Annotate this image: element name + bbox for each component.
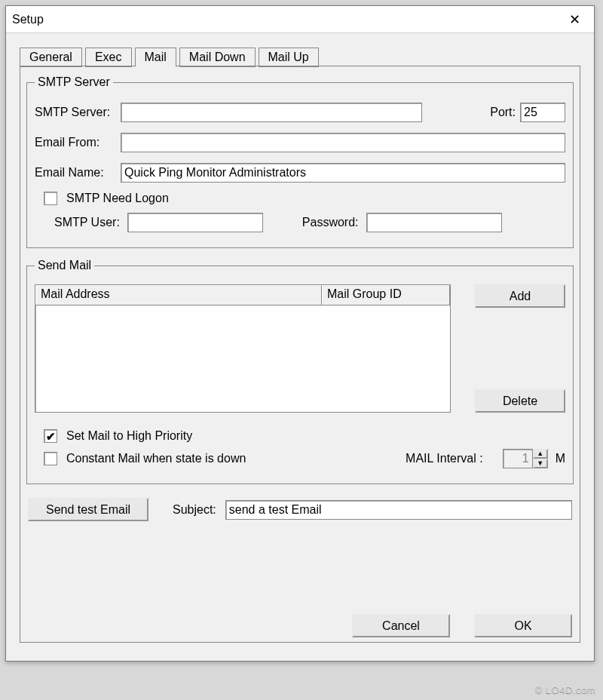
constant-mail-checkbox[interactable] xyxy=(44,452,57,465)
high-priority-checkbox[interactable]: ✔ xyxy=(44,429,57,443)
watermark-text: © LO4D.com xyxy=(535,684,595,695)
cancel-button[interactable]: Cancel xyxy=(352,614,450,637)
smtp-need-logon-checkbox[interactable] xyxy=(44,192,57,205)
tab-mail-down[interactable]: Mail Down xyxy=(179,48,256,67)
subject-input[interactable] xyxy=(225,500,572,520)
spinner-up-icon[interactable]: ▲ xyxy=(533,449,548,459)
tab-strip: General Exec Mail Mail Down Mail Up xyxy=(20,47,580,66)
col-mail-group-id[interactable]: Mail Group ID xyxy=(322,285,450,305)
port-input[interactable] xyxy=(520,103,565,122)
mail-address-table[interactable]: Mail Address Mail Group ID xyxy=(35,284,451,413)
add-button[interactable]: Add xyxy=(475,284,565,308)
close-icon[interactable]: ✕ xyxy=(562,10,588,29)
smtp-need-logon-label: SMTP Need Logon xyxy=(66,192,169,205)
password-label: Password: xyxy=(302,216,359,229)
ok-button[interactable]: OK xyxy=(474,614,572,637)
delete-button[interactable]: Delete xyxy=(475,389,565,413)
send-mail-group: Send Mail Mail Address Mail Group ID Add… xyxy=(26,259,574,484)
port-label: Port: xyxy=(490,106,516,119)
client-area: General Exec Mail Mail Down Mail Up SMTP… xyxy=(6,33,594,661)
email-name-label: Email Name: xyxy=(35,166,116,180)
email-from-input[interactable] xyxy=(121,133,565,152)
send-mail-legend: Send Mail xyxy=(35,259,94,272)
dialog-buttons: Cancel OK xyxy=(352,614,572,637)
tab-page-mail: SMTP Server SMTP Server: Port: Email Fro… xyxy=(20,66,580,643)
smtp-server-input[interactable] xyxy=(121,103,422,122)
password-input[interactable] xyxy=(366,213,502,232)
tab-mail-up[interactable]: Mail Up xyxy=(259,48,319,67)
smtp-user-input[interactable] xyxy=(127,213,263,232)
smtp-user-label: SMTP User: xyxy=(54,216,120,229)
setup-window: Setup ✕ General Exec Mail Mail Down Mail… xyxy=(5,5,595,662)
high-priority-label: Set Mail to High Priority xyxy=(66,429,192,443)
tab-mail[interactable]: Mail xyxy=(135,48,176,67)
send-test-email-button[interactable]: Send test Email xyxy=(28,498,148,521)
tab-exec[interactable]: Exec xyxy=(85,48,132,67)
mail-interval-label: MAIL Interval : xyxy=(406,452,483,465)
subject-label: Subject: xyxy=(173,503,216,517)
smtp-server-label: SMTP Server: xyxy=(35,106,116,119)
constant-mail-label: Constant Mail when state is down xyxy=(66,452,246,465)
smtp-legend: SMTP Server xyxy=(35,75,113,89)
smtp-server-group: SMTP Server SMTP Server: Port: Email Fro… xyxy=(26,75,574,248)
email-from-label: Email From: xyxy=(35,136,116,149)
col-mail-address[interactable]: Mail Address xyxy=(35,285,322,305)
mail-interval-input xyxy=(503,449,533,468)
spinner-down-icon[interactable]: ▼ xyxy=(533,459,548,468)
mail-interval-unit: M xyxy=(556,452,565,465)
tab-general[interactable]: General xyxy=(20,48,82,67)
table-header: Mail Address Mail Group ID xyxy=(35,285,450,305)
title-bar: Setup ✕ xyxy=(6,6,594,33)
email-name-input[interactable] xyxy=(121,163,565,183)
window-title: Setup xyxy=(12,13,562,26)
mail-interval-spinner: ▲ ▼ xyxy=(503,449,548,468)
